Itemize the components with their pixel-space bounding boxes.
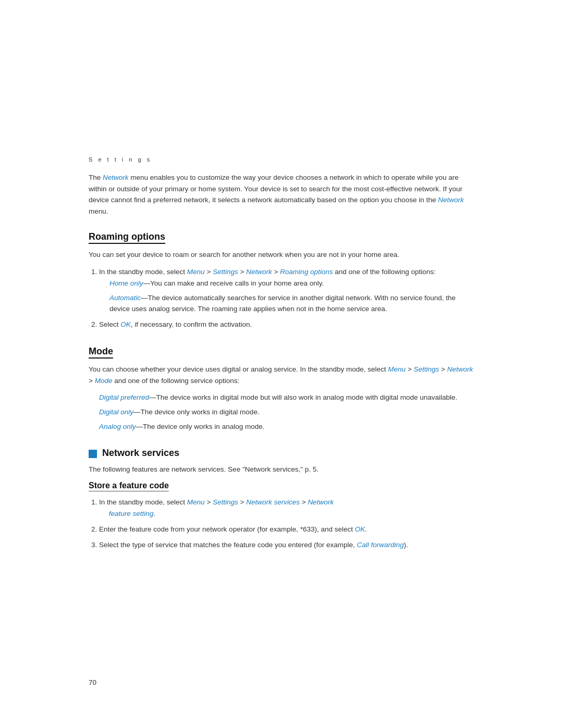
call-forwarding-link[interactable]: Call forwarding xyxy=(357,541,404,549)
settings-link-2[interactable]: Settings xyxy=(414,365,439,373)
automatic-link[interactable]: Automatic xyxy=(109,294,141,302)
digital-preferred-text: —The device works in digital mode but wi… xyxy=(149,393,457,401)
network-services-heading-container: Network services xyxy=(89,448,474,459)
store-feature-code-list: In the standby mode, select Menu > Setti… xyxy=(99,497,474,551)
store-step-1: In the standby mode, select Menu > Setti… xyxy=(99,497,474,520)
intro-paragraph: The Network menu enables you to customiz… xyxy=(89,172,474,217)
roaming-options-heading: Roaming options xyxy=(89,231,165,244)
analog-only-link[interactable]: Analog only xyxy=(99,423,136,430)
page-container: S e t t i n g s The Network menu enables… xyxy=(0,0,563,728)
network-services-link[interactable]: Network services xyxy=(246,498,300,506)
roaming-step-2: Select OK, if necessary, to confirm the … xyxy=(99,319,474,330)
store-feature-code-section: Store a feature code In the standby mode… xyxy=(89,481,474,551)
digital-preferred-link[interactable]: Digital preferred xyxy=(99,393,149,401)
digital-preferred-option: Digital preferred—The device works in di… xyxy=(99,392,474,403)
automatic-option: Automatic—The device automatically searc… xyxy=(109,292,474,315)
mode-link[interactable]: Mode xyxy=(95,377,113,385)
ok-link-1[interactable]: OK xyxy=(120,320,131,328)
digital-only-link[interactable]: Digital only xyxy=(99,408,133,416)
blue-square-icon xyxy=(89,450,97,458)
store-step-2: Enter the feature code from your network… xyxy=(99,524,474,535)
automatic-text: —The device automatically searches for s… xyxy=(109,294,456,313)
mode-heading: Mode xyxy=(89,346,113,359)
ok-link-2[interactable]: OK xyxy=(355,525,365,533)
settings-link-1[interactable]: Settings xyxy=(213,268,238,276)
roaming-step-1: In the standby mode, select Menu > Setti… xyxy=(99,266,474,315)
analog-only-text: —The device only works in analog mode. xyxy=(136,423,265,430)
store-step-3: Select the type of service that matches … xyxy=(99,539,474,551)
mode-section: Mode You can choose whether your device … xyxy=(89,346,474,432)
home-only-text: —You can make and receive calls in your … xyxy=(143,279,324,287)
network-services-section: Network services The following features … xyxy=(89,448,474,551)
network-services-title: Network services xyxy=(102,448,179,459)
roaming-options-section: Roaming options You can set your device … xyxy=(89,231,474,330)
network-services-intro: The following features are network servi… xyxy=(89,464,474,475)
section-label: S e t t i n g s xyxy=(89,156,474,163)
page-number: 70 xyxy=(89,678,96,686)
roaming-options-intro: You can set your device to roam or searc… xyxy=(89,249,474,261)
menu-link-2[interactable]: Menu xyxy=(388,365,406,373)
home-only-option: Home only—You can make and receive calls… xyxy=(109,278,474,289)
network-link-intro2[interactable]: Network xyxy=(438,196,464,204)
roaming-options-list: In the standby mode, select Menu > Setti… xyxy=(99,266,474,330)
network-link-1[interactable]: Network xyxy=(246,268,272,276)
network-link-2[interactable]: Network xyxy=(447,365,473,373)
network-link-intro[interactable]: Network xyxy=(103,174,129,181)
roaming-options-link[interactable]: Roaming options xyxy=(280,268,333,276)
store-feature-code-heading: Store a feature code xyxy=(89,481,169,491)
digital-only-option: Digital only—The device only works in di… xyxy=(99,406,474,418)
home-only-link[interactable]: Home only xyxy=(109,279,143,287)
analog-only-option: Analog only—The device only works in ana… xyxy=(99,421,474,433)
settings-link-3[interactable]: Settings xyxy=(213,498,238,506)
digital-only-text: —The device only works in digital mode. xyxy=(133,408,260,416)
menu-link-1[interactable]: Menu xyxy=(187,268,205,276)
mode-intro: You can choose whether your device uses … xyxy=(89,364,474,387)
menu-link-3[interactable]: Menu xyxy=(187,498,205,506)
